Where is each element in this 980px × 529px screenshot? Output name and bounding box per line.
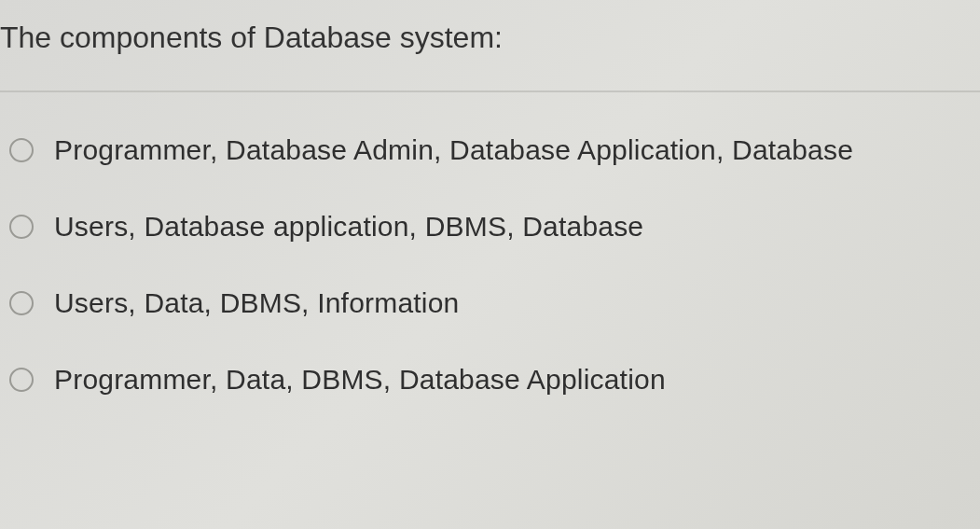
option-row[interactable]: Users, Database application, DBMS, Datab… [9, 211, 980, 243]
radio-icon[interactable] [9, 291, 34, 315]
option-row[interactable]: Programmer, Data, DBMS, Database Applica… [9, 364, 980, 396]
option-row[interactable]: Users, Data, DBMS, Information [9, 287, 980, 319]
option-label: Programmer, Database Admin, Database App… [54, 134, 853, 166]
radio-icon[interactable] [9, 368, 34, 392]
question-section: The components of Database system: [0, 0, 980, 92]
option-label: Programmer, Data, DBMS, Database Applica… [54, 364, 666, 396]
option-label: Users, Database application, DBMS, Datab… [54, 211, 643, 243]
option-row[interactable]: Programmer, Database Admin, Database App… [9, 134, 980, 166]
radio-icon[interactable] [9, 138, 34, 162]
radio-icon[interactable] [9, 215, 34, 239]
question-text: The components of Database system: [0, 21, 980, 55]
options-section: Programmer, Database Admin, Database App… [0, 92, 980, 396]
option-label: Users, Data, DBMS, Information [54, 287, 459, 319]
